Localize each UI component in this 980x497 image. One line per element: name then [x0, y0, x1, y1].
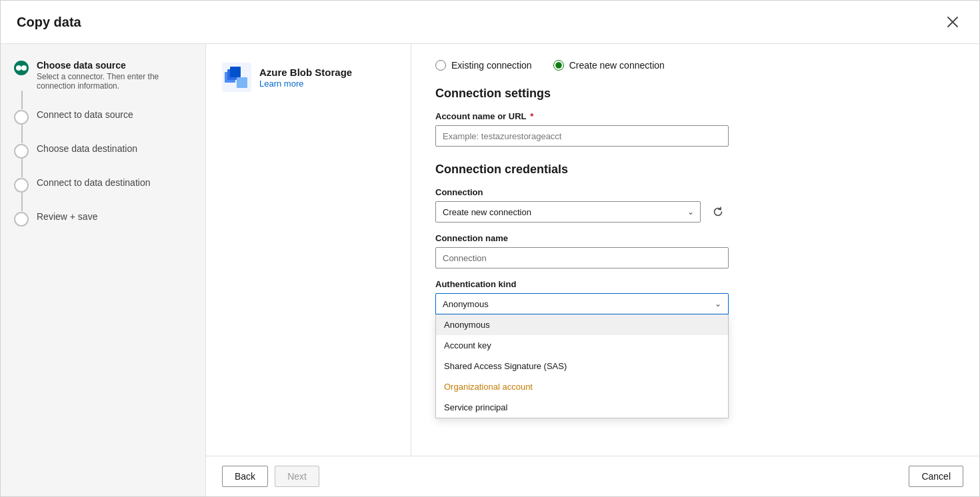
footer-left-buttons: Back Next [222, 466, 319, 487]
auth-chevron-icon: ⌄ [715, 299, 721, 308]
step-circle-4 [14, 178, 29, 193]
dialog-header: Copy data [1, 1, 979, 44]
sidebar: Choose data source Select a connector. T… [1, 44, 206, 496]
credentials-title: Connection credentials [435, 163, 955, 177]
copy-data-dialog: Copy data Choose data source Select a co… [0, 0, 980, 497]
content-area: Azure Blob Storage Learn more Existing c… [206, 44, 979, 456]
step-label-4: Connect to data destination [37, 177, 150, 188]
required-star: * [528, 111, 534, 121]
step-text-2: Connect to data source [37, 109, 133, 120]
radio-existing-input[interactable] [435, 60, 446, 71]
svg-rect-4 [237, 77, 247, 88]
dialog-title: Copy data [17, 15, 81, 30]
step-text-3: Choose data destination [37, 143, 137, 154]
radio-new-connection[interactable]: Create new connection [553, 60, 665, 71]
dialog-body: Choose data source Select a connector. T… [1, 44, 979, 496]
connection-select-wrapper: Create new connection ⌄ [435, 201, 701, 223]
source-icon-area: Azure Blob Storage Learn more [222, 63, 352, 92]
account-name-input[interactable] [435, 125, 729, 147]
cancel-button[interactable]: Cancel [909, 466, 963, 487]
svg-rect-3 [230, 67, 241, 77]
step-label-2: Connect to data source [37, 109, 133, 120]
refresh-icon [713, 207, 723, 217]
account-field: Account name or URL * [435, 111, 955, 147]
account-field-label: Account name or URL * [435, 111, 955, 121]
connection-settings-section: Connection settings Account name or URL … [435, 87, 955, 147]
auth-option-service-principal[interactable]: Service principal [436, 397, 728, 418]
step-text-1: Choose data source Select a connector. T… [37, 60, 183, 91]
connection-name-field: Connection name [435, 233, 955, 268]
sidebar-item-connect-to-data-destination: Connect to data destination [14, 177, 192, 193]
radio-new-label: Create new connection [569, 60, 665, 71]
sidebar-item-choose-data-source: Choose data source Select a connector. T… [14, 60, 192, 91]
refresh-button[interactable] [707, 201, 729, 223]
step-text-4: Connect to data destination [37, 177, 150, 188]
auth-kind-dropdown-container: Anonymous ⌄ Anonymous Account key Shared… [435, 293, 729, 314]
step-connector-4 [21, 193, 23, 211]
connection-dropdown-row: Create new connection ⌄ [435, 201, 729, 223]
auth-option-account-key[interactable]: Account key [436, 335, 728, 356]
step-sublabel-1: Select a connector. Then enter the conne… [37, 72, 183, 91]
close-icon [947, 17, 958, 27]
auth-kind-label: Authentication kind [435, 279, 955, 289]
connection-credentials-section: Connection credentials Connection Create… [435, 163, 955, 314]
connection-field: Connection Create new connection ⌄ [435, 187, 955, 223]
main-content: Azure Blob Storage Learn more Existing c… [206, 44, 979, 496]
auth-kind-field: Authentication kind Anonymous ⌄ Anonymou… [435, 279, 955, 314]
radio-existing-connection[interactable]: Existing connection [435, 60, 532, 71]
sidebar-item-review-save: Review + save [14, 211, 192, 227]
auth-option-sas[interactable]: Shared Access Signature (SAS) [436, 356, 728, 376]
auth-option-org-account[interactable]: Organizational account [436, 376, 728, 397]
step-circle-5 [14, 212, 29, 227]
dialog-footer: Back Next Cancel [206, 456, 979, 496]
radio-group: Existing connection Create new connectio… [435, 60, 955, 71]
sidebar-item-choose-data-destination: Choose data destination [14, 143, 192, 159]
settings-panel: Existing connection Create new connectio… [411, 44, 979, 456]
connection-name-input[interactable] [435, 247, 729, 268]
step-circle-2 [14, 110, 29, 125]
learn-more-link[interactable]: Learn more [259, 79, 303, 89]
connection-name-label: Connection name [435, 233, 955, 243]
step-connector-1 [21, 91, 23, 109]
auth-kind-selected-label: Anonymous [443, 299, 489, 309]
auth-option-anonymous[interactable]: Anonymous [436, 314, 728, 335]
back-button[interactable]: Back [222, 466, 268, 487]
step-circle-1 [14, 61, 29, 75]
auth-kind-trigger[interactable]: Anonymous ⌄ [435, 293, 729, 314]
step-text-5: Review + save [37, 211, 97, 222]
radio-existing-label: Existing connection [451, 60, 532, 71]
source-panel: Azure Blob Storage Learn more [206, 44, 411, 456]
step-label-1: Choose data source [37, 60, 183, 71]
connection-select[interactable]: Create new connection [435, 201, 701, 223]
connection-settings-title: Connection settings [435, 87, 955, 101]
step-connector-3 [21, 159, 23, 177]
step-circle-3 [14, 144, 29, 159]
source-info: Azure Blob Storage Learn more [259, 67, 352, 89]
close-button[interactable] [942, 11, 963, 33]
connection-field-label: Connection [435, 187, 955, 197]
sidebar-item-connect-to-data-source: Connect to data source [14, 109, 192, 125]
source-name: Azure Blob Storage [259, 67, 352, 78]
radio-new-input[interactable] [553, 60, 564, 71]
auth-kind-dropdown-list: Anonymous Account key Shared Access Sign… [435, 314, 729, 418]
step-connector-2 [21, 125, 23, 143]
next-button: Next [275, 466, 319, 487]
step-label-3: Choose data destination [37, 143, 137, 154]
azure-blob-icon [222, 63, 251, 92]
step-label-5: Review + save [37, 211, 97, 222]
